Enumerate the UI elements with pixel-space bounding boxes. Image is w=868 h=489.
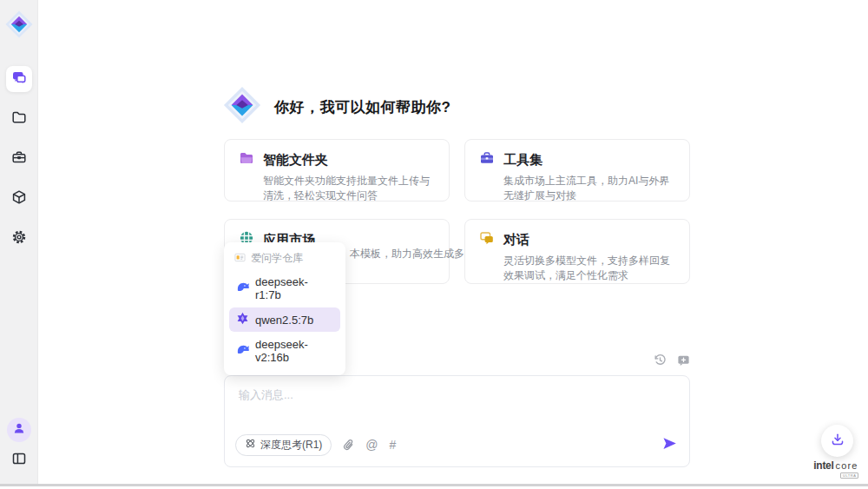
- sidebar: [0, 0, 38, 484]
- sidebar-nav: [0, 66, 38, 252]
- card-chat[interactable]: 对话 灵活切换多模型文件，支持多样回复效果调试，满足个性化需求: [464, 219, 690, 284]
- sidebar-bottom: [0, 418, 38, 473]
- ultra-badge: ULTRA: [840, 472, 858, 479]
- card-description: 灵活切换多模型文件，支持多样回复效果调试，满足个性化需求: [503, 254, 675, 283]
- message-input-placeholder: 输入消息...: [239, 387, 293, 403]
- assistant-logo-icon: [222, 85, 262, 129]
- card-title: 工具集: [503, 152, 542, 169]
- model-option-label: deepseek-r1:7b: [255, 275, 333, 301]
- cube-icon: [11, 189, 27, 208]
- repository-card-icon: [234, 252, 246, 266]
- attachment-paperclip-icon[interactable]: [343, 439, 354, 452]
- card-description: 智能文件夹功能支持批量文件上传与清洗，轻松实现文件问答: [263, 174, 435, 203]
- app-window: 你好，我可以如何帮助你? 智能文件夹 智能文件夹功能支持批量文件上传与清洗，轻松…: [0, 0, 868, 489]
- mention-at-icon[interactable]: @: [365, 439, 378, 451]
- card-toolkit[interactable]: 工具集 集成市场上主流工具，助力AI与外界无缝扩展与对接: [464, 139, 690, 202]
- model-option-label: deepseek-v2:16b: [255, 338, 333, 364]
- purple-folder-icon: [239, 150, 254, 169]
- user-avatar[interactable]: [7, 418, 31, 442]
- sidebar-collapse-button[interactable]: [6, 447, 32, 473]
- app-logo-icon: [3, 9, 35, 40]
- conversation-actions: [654, 354, 690, 367]
- deepseek-whale-icon: [236, 281, 249, 296]
- card-description-partial: 本模板，助力高效生成多: [350, 247, 464, 261]
- briefcase-icon: [11, 149, 27, 169]
- card-title: 智能文件夹: [263, 152, 328, 169]
- model-option-deepseek-v2[interactable]: deepseek-v2:16b: [229, 334, 340, 368]
- model-group-label: 爱问学仓库: [251, 251, 303, 266]
- card-description: 集成市场上主流工具，助力AI与外界无缝扩展与对接: [503, 174, 675, 203]
- new-chat-icon[interactable]: [677, 354, 690, 367]
- composer-toolbar: 深度思考(R1) @ #: [235, 433, 677, 456]
- sidebar-item-models[interactable]: [6, 186, 32, 212]
- card-smart-folder[interactable]: 智能文件夹 智能文件夹功能支持批量文件上传与清洗，轻松实现文件问答: [224, 139, 450, 202]
- deep-think-label: 深度思考(R1): [260, 438, 322, 453]
- gear-icon: [11, 229, 27, 248]
- send-paper-plane-icon: [662, 437, 677, 453]
- gold-chat-icon: [479, 230, 495, 249]
- download-icon: [831, 433, 845, 450]
- atom-icon: [245, 438, 256, 452]
- intel-wordmark: intel: [813, 459, 833, 472]
- model-option-deepseek-r1[interactable]: deepseek-r1:7b: [229, 271, 340, 306]
- card-title: 对话: [503, 232, 529, 248]
- model-option-label: qwen2.5:7b: [255, 314, 313, 327]
- model-group-header: 爱问学仓库: [224, 247, 345, 269]
- deepseek-whale-icon: [236, 343, 249, 359]
- model-dropdown-menu: 爱问学仓库 deepseek-r1:7b qwen2.5:7b: [224, 242, 345, 375]
- greeting: 你好，我可以如何帮助你?: [222, 85, 450, 129]
- person-icon: [12, 421, 26, 439]
- send-button[interactable]: [662, 437, 677, 453]
- model-option-qwen[interactable]: qwen2.5:7b: [229, 307, 340, 332]
- message-composer[interactable]: 输入消息... 深度思考(R1) @ #: [224, 375, 690, 467]
- deep-think-button[interactable]: 深度思考(R1): [235, 434, 332, 456]
- download-fab-button[interactable]: [821, 425, 853, 457]
- core-wordmark: core: [835, 460, 858, 471]
- greeting-title: 你好，我可以如何帮助你?: [274, 97, 450, 117]
- window-bottom-edge: [0, 484, 868, 486]
- sidebar-item-folders[interactable]: [6, 106, 32, 132]
- panel-layout-icon: [11, 451, 27, 470]
- indigo-briefcase-icon: [479, 150, 495, 169]
- qwen-logo-icon: [236, 312, 249, 327]
- chat-bubbles-icon: [11, 69, 27, 89]
- folder-icon: [11, 109, 27, 129]
- sidebar-item-settings[interactable]: [6, 226, 32, 252]
- history-icon[interactable]: [654, 354, 667, 367]
- topic-hash-icon[interactable]: #: [390, 439, 397, 451]
- intel-core-logo: intel core ULTRA: [807, 459, 865, 479]
- sidebar-item-toolbox[interactable]: [6, 146, 32, 172]
- sidebar-item-chat[interactable]: [6, 66, 32, 92]
